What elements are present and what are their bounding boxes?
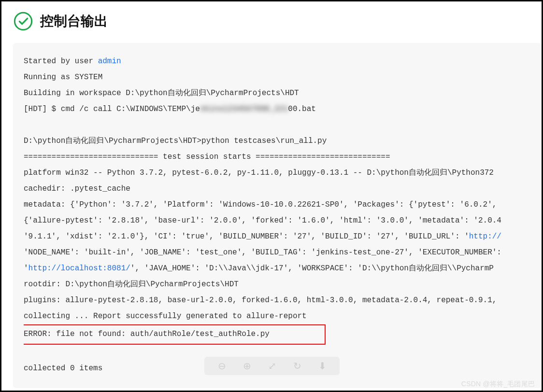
console-line: ', 'JAVA_HOME': 'D:\\Java\\jdk-17', 'WOR… [130,264,494,273]
page-header: 控制台输出 [13,11,542,31]
zoom-in-icon[interactable]: ⊕ [243,360,251,372]
console-line: collected 0 items [24,364,102,373]
error-line: ERROR: file not found: auth/authRole/tes… [24,330,321,338]
console-line: 00.bat [288,105,316,113]
download-icon[interactable]: ⬇ [318,360,327,372]
success-check-icon [13,11,33,31]
started-by-user-link[interactable]: admin [98,57,121,66]
console-line: collecting ... Report successfully gener… [24,312,307,321]
console-line: {'allure-pytest': '2.8.18', 'base-url': … [24,216,501,225]
error-highlight-box: ERROR: file not found: auth/authRole/tes… [24,324,326,345]
console-line: platform win32 -- Python 3.7.2, pytest-6… [24,168,494,177]
console-line: plugins: allure-pytest-2.8.18, base-url-… [24,296,501,305]
rotate-icon[interactable]: ↻ [293,360,301,372]
page-title: 控制台输出 [40,12,108,30]
watermark: CSDN @将将_毛团尾巴 [461,380,535,389]
console-line: Building in workspace D:\python自动化回归\Pyc… [24,89,299,98]
console-line: rootdir: D:\python自动化回归\PycharmProjects\… [24,280,239,289]
console-line: ' [24,264,29,273]
console-output: Started by user admin Running as SYSTEM … [24,54,531,377]
svg-point-0 [14,13,31,29]
console-line: Started by user [24,57,98,66]
console-line: metadata: {'Python': '3.7.2', 'Platform'… [24,200,501,209]
build-url-link[interactable]: http:// [469,232,501,241]
console-line: ============================= test sessi… [24,153,390,161]
console-line: Running as SYSTEM [24,73,102,82]
console-line: 'NODE_NAME': 'built-in', 'JOB_NAME': 'te… [24,248,501,257]
console-line: [HDT] $ cmd /c call C:\WINDOWS\TEMP\je [24,105,200,113]
console-output-panel: Started by user admin Running as SYSTEM … [13,43,542,388]
floating-toolbar: ⊖ ⊕ ⤢ ↻ ⬇ [204,357,340,375]
fullscreen-icon[interactable]: ⤢ [268,360,276,372]
localhost-url-link[interactable]: http://localhost:8081/ [29,264,130,273]
console-line: D:\python自动化回归\PycharmProjects\HDT>pytho… [24,137,327,145]
zoom-out-icon[interactable]: ⊖ [218,360,226,372]
console-line: cachedir: .pytest_cache [24,184,130,193]
console-line: '9.1.1', 'xdist': '2.1.0'}, 'CI': 'true'… [24,232,469,241]
redacted-segment: nkins1234567890_221 [200,105,288,113]
